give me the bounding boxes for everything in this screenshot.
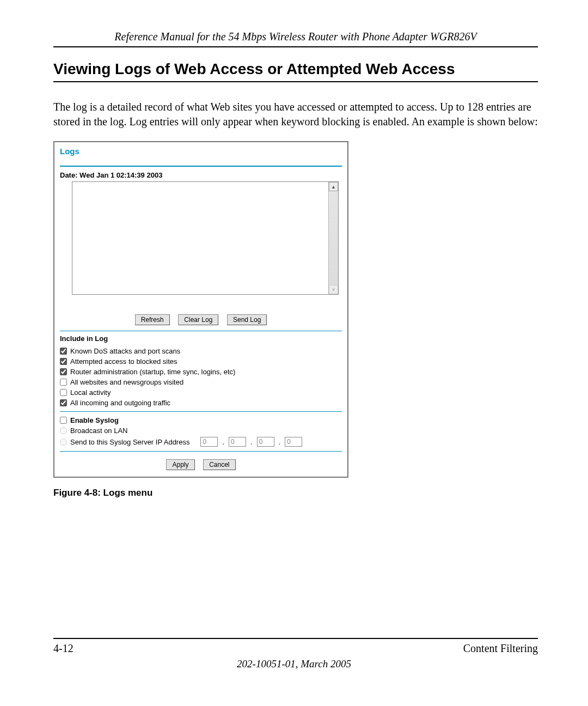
chk-blocked[interactable] bbox=[60, 358, 67, 365]
section-title: Viewing Logs of Web Access or Attempted … bbox=[53, 60, 538, 78]
cancel-button[interactable]: Cancel bbox=[203, 459, 235, 470]
log-scrollbar[interactable]: ▲ ▼ bbox=[328, 182, 338, 294]
apply-button[interactable]: Apply bbox=[166, 459, 194, 470]
chk-label: Router administration (startup, time syn… bbox=[70, 368, 235, 376]
section-body: The log is a detailed record of what Web… bbox=[53, 100, 538, 129]
radio-broadcast[interactable] bbox=[60, 427, 67, 434]
chk-websites[interactable] bbox=[60, 379, 67, 386]
refresh-button[interactable]: Refresh bbox=[135, 314, 170, 325]
chk-label: Attempted access to blocked sites bbox=[70, 357, 177, 366]
footer-rule bbox=[53, 638, 538, 639]
include-option: Attempted access to blocked sites bbox=[60, 356, 342, 367]
include-option: All websites and newsgroups visited bbox=[60, 377, 342, 387]
chk-label: Local activity bbox=[70, 388, 111, 397]
radio-send-ip[interactable] bbox=[60, 439, 67, 446]
chk-local[interactable] bbox=[60, 389, 67, 396]
ip-octet-2[interactable] bbox=[229, 437, 246, 447]
logs-panel-title: Logs bbox=[60, 147, 342, 156]
ip-octet-4[interactable] bbox=[285, 437, 302, 447]
log-button-row: Refresh Clear Log Send Log bbox=[60, 314, 342, 325]
ip-dot: . bbox=[249, 438, 254, 446]
logs-date: Date: Wed Jan 1 02:14:39 2003 bbox=[60, 171, 342, 179]
enable-syslog-label: Enable Syslog bbox=[70, 416, 119, 424]
manual-header: Reference Manual for the 54 Mbps Wireles… bbox=[53, 31, 538, 43]
page-number: 4-12 bbox=[53, 642, 74, 655]
include-heading: Include in Log bbox=[60, 334, 342, 343]
syslog-rule bbox=[60, 411, 342, 412]
chapter-label: Content Filtering bbox=[463, 642, 538, 655]
enable-syslog-row: Enable Syslog bbox=[60, 415, 342, 425]
ip-octet-1[interactable] bbox=[200, 437, 218, 447]
chk-label: All websites and newsgroups visited bbox=[70, 378, 183, 386]
chk-label: Known DoS attacks and port scans bbox=[70, 347, 180, 355]
bottom-rule bbox=[60, 451, 342, 452]
logs-top-rule bbox=[60, 166, 342, 167]
logs-screenshot: Logs Date: Wed Jan 1 02:14:39 2003 ▲ ▼ R… bbox=[53, 141, 348, 478]
chk-traffic[interactable] bbox=[60, 399, 67, 406]
include-option: Router administration (startup, time syn… bbox=[60, 367, 342, 377]
chk-label: All incoming and outgoing traffic bbox=[70, 399, 170, 407]
ip-octet-3[interactable] bbox=[257, 437, 274, 447]
header-rule bbox=[53, 46, 538, 47]
include-option: Known DoS attacks and port scans bbox=[60, 346, 342, 356]
log-textarea[interactable]: ▲ ▼ bbox=[72, 181, 339, 295]
include-option: Local activity bbox=[60, 387, 342, 398]
broadcast-row: Broadcast on LAN bbox=[60, 425, 342, 436]
broadcast-label: Broadcast on LAN bbox=[70, 427, 128, 435]
scroll-down-icon[interactable]: ▼ bbox=[329, 285, 338, 294]
chk-dos[interactable] bbox=[60, 348, 67, 355]
ip-dot: . bbox=[221, 438, 225, 446]
send-ip-label: Send to this Syslog Server IP Address bbox=[70, 438, 189, 446]
chk-enable-syslog[interactable] bbox=[60, 417, 67, 424]
clear-log-button[interactable]: Clear Log bbox=[178, 314, 218, 325]
chk-admin[interactable] bbox=[60, 368, 67, 375]
page-footer: 4-12 Content Filtering bbox=[53, 638, 538, 655]
apply-row: Apply Cancel bbox=[60, 459, 342, 470]
include-option: All incoming and outgoing traffic bbox=[60, 398, 342, 408]
section-rule bbox=[53, 81, 538, 82]
include-rule bbox=[60, 331, 342, 331]
syslog-ip-row: Send to this Syslog Server IP Address . … bbox=[60, 436, 342, 448]
send-log-button[interactable]: Send Log bbox=[227, 314, 267, 325]
doc-id: 202-10051-01, March 2005 bbox=[0, 658, 588, 670]
ip-dot: . bbox=[278, 438, 282, 446]
scroll-up-icon[interactable]: ▲ bbox=[329, 182, 338, 191]
figure-caption: Figure 4-8: Logs menu bbox=[53, 488, 538, 498]
